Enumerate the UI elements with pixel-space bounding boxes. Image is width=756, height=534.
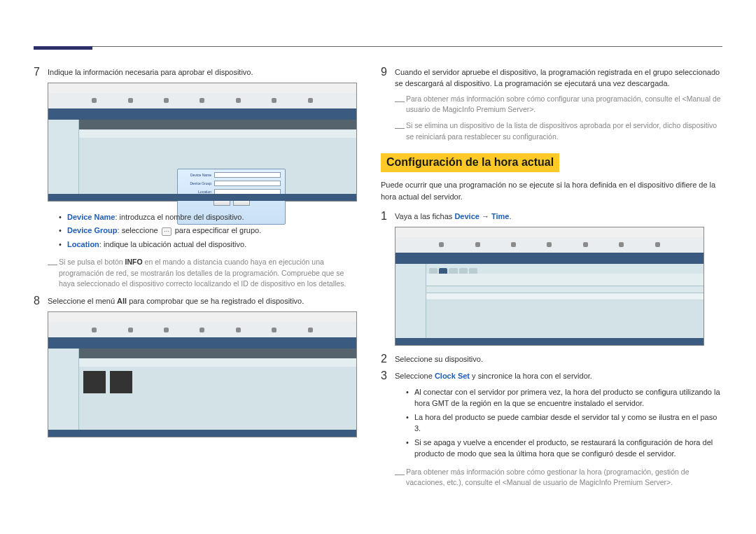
ss-blue-band: [48, 108, 356, 120]
step-7: 7 Indique la información necesaria para …: [34, 66, 357, 78]
tabstrip: [426, 264, 704, 274]
tab: [449, 268, 457, 274]
dlg-ok: [214, 200, 230, 206]
clock-bold: Clock Set: [435, 372, 470, 380]
text: : introduzca el nombre del dispositivo.: [115, 213, 244, 221]
toolbar-icon: [200, 328, 204, 332]
right-column: 9 Cuando el servidor apruebe el disposit…: [381, 66, 724, 493]
toolbar-icon: [655, 242, 660, 247]
step-1: 1 Vaya a las fichas Device → Time.: [381, 210, 724, 223]
device-thumb: [110, 371, 132, 393]
step-9: 9 Cuando el servidor apruebe el disposit…: [381, 66, 724, 90]
step-3: 3 Seleccione Clock Set y sincronice la h…: [381, 370, 724, 382]
dash-icon: ―: [395, 94, 406, 115]
ss-main: Device Name Device Group Location: [79, 120, 356, 194]
step7-bullets: Device Name: introduzca el nombre del di…: [59, 211, 357, 251]
toolbar-icon: [128, 328, 133, 332]
ss-subbar: [79, 120, 356, 129]
toolbar-icon: [583, 242, 588, 247]
t: Seleccione el menú: [48, 297, 117, 305]
toolbar-icon: [308, 98, 313, 103]
page-rule-accent: [34, 46, 92, 50]
text-b: para especificar el grupo.: [173, 226, 262, 234]
browse-icon: ⋯: [162, 227, 172, 236]
step-2: 2 Seleccione su dispositivo.: [381, 353, 724, 365]
toolbar-icon: [511, 242, 516, 247]
dash-icon: ―: [48, 257, 59, 289]
table-row: [426, 293, 704, 300]
note-text: Para obtener más información sobre cómo …: [406, 467, 724, 488]
text-a: : seleccione: [118, 226, 160, 234]
bullet: La hora del producto se puede cambiar de…: [406, 412, 724, 435]
note-end: ― Para obtener más información sobre cóm…: [395, 467, 724, 488]
step-number: 1: [381, 210, 395, 223]
step-text: Seleccione Clock Set y sincronice la hor…: [395, 370, 724, 382]
screenshot-approve-device: Device Name Device Group Location: [48, 83, 357, 202]
all-bold: All: [117, 297, 127, 305]
bullet: Si se apaga y vuelve a encender el produ…: [406, 437, 724, 460]
dot: .: [510, 212, 512, 220]
step-text: Seleccione su dispositivo.: [395, 353, 724, 365]
bullet-location: Location: indique la ubicación actual de…: [59, 239, 357, 251]
toolbar-icon: [92, 98, 97, 103]
step-number: 9: [381, 66, 395, 90]
ss-subbar: [79, 349, 356, 358]
t: Seleccione: [395, 372, 435, 380]
t: Si se pulsa el botón: [59, 258, 125, 266]
toolbar-icon: [128, 98, 133, 103]
tab: [429, 268, 438, 274]
note-9b: ― Si se elimina un dispositivo de la lis…: [395, 120, 724, 141]
text: : indique la ubicación actual del dispos…: [99, 240, 246, 248]
t: para comprobar que se ha registrado el d…: [127, 297, 304, 305]
ss-footer: [396, 338, 704, 345]
t: y sincronice la hora con el servidor.: [470, 372, 592, 380]
toolbar-icon: [164, 328, 169, 332]
time-bold: Time: [491, 212, 509, 220]
step-text: Vaya a las fichas Device → Time.: [395, 210, 724, 223]
intro-paragraph: Puede ocurrir que una programación no se…: [381, 179, 724, 203]
thumb-row: [79, 367, 356, 398]
toolbar-icon: [236, 328, 241, 332]
ss-toolbar: [48, 322, 356, 337]
label: Device Name: [67, 213, 115, 221]
toolbar-icon: [164, 98, 169, 103]
step-number: 3: [381, 370, 395, 382]
toolbar-icon: [200, 98, 204, 103]
step-number: 7: [34, 66, 48, 78]
dlg-row: Device Name: [178, 169, 285, 178]
toolbar-icon: [236, 98, 241, 103]
dlg-input: [214, 181, 281, 186]
device-bold: Device: [454, 212, 479, 220]
tab: [469, 268, 477, 274]
ss-blue-band: [396, 253, 704, 264]
ss-footer: [48, 430, 356, 437]
note-text: Si se pulsa el botón INFO en el mando a …: [59, 257, 357, 289]
toolbar-icon: [619, 242, 624, 247]
toolbar-icon: [475, 242, 480, 247]
dlg-label: Device Name: [182, 173, 211, 177]
tab-area: [426, 274, 704, 286]
note-9a: ― Para obtener más información sobre cóm…: [395, 94, 724, 115]
ss-toolbar: [396, 237, 704, 253]
toolbar-icon: [92, 328, 97, 332]
arrow: →: [479, 212, 491, 220]
dlg-cancel: [233, 200, 250, 206]
table-header: [426, 286, 704, 293]
dash-icon: ―: [395, 467, 406, 488]
bullet-device-group: Device Group: seleccione ⋯ para especifi…: [59, 225, 357, 237]
screenshot-device-time: [395, 227, 704, 346]
dlg-row: Device Group: [178, 178, 285, 186]
left-column: 7 Indique la información necesaria para …: [34, 66, 357, 447]
section-heading-time: Configuración de la hora actual: [381, 153, 559, 172]
step-text: Seleccione el menú All para comprobar qu…: [48, 295, 357, 307]
dlg-label: Device Group: [182, 181, 211, 185]
step-number: 2: [381, 353, 395, 365]
step3-bullets: Al conectar con el servidor por primera …: [406, 386, 724, 460]
step-text: Indique la información necesaria para ap…: [48, 66, 357, 78]
step-text: Cuando el servidor apruebe el dispositiv…: [395, 66, 724, 90]
toolbar-icon: [272, 328, 276, 332]
note-step7: ― Si se pulsa el botón INFO en el mando …: [48, 257, 357, 289]
toolbar-icon: [439, 242, 444, 247]
toolbar-icon: [308, 328, 313, 332]
device-thumb: [83, 371, 106, 393]
